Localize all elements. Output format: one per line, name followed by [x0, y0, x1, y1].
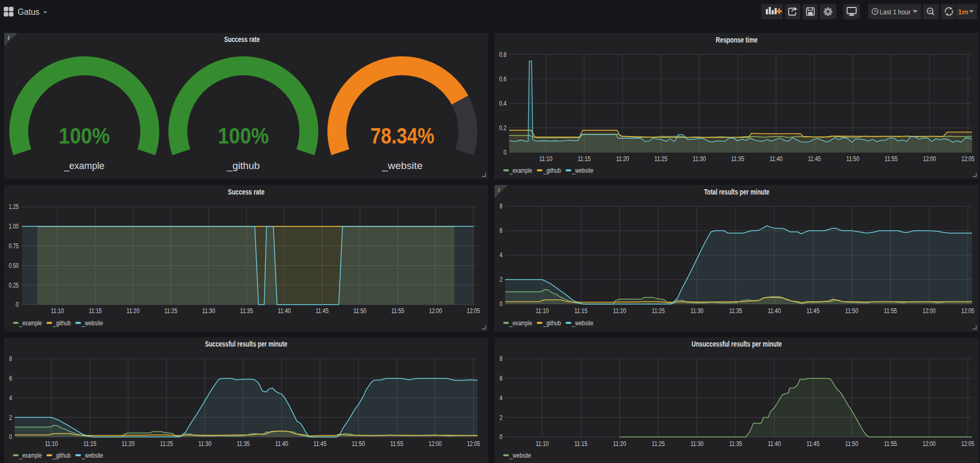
svg-text:11:45: 11:45: [808, 155, 821, 163]
svg-text:11:25: 11:25: [164, 307, 178, 315]
svg-text:0.4: 0.4: [499, 100, 506, 107]
svg-text:2: 2: [500, 276, 503, 283]
svg-text:11:50: 11:50: [352, 440, 365, 448]
svg-text:4: 4: [9, 394, 12, 402]
svg-text:100%: 100%: [59, 123, 110, 148]
svg-text:11:40: 11:40: [275, 440, 289, 448]
svg-text:11:10: 11:10: [45, 440, 58, 448]
svg-text:11:20: 11:20: [613, 307, 627, 315]
svg-text:11:20: 11:20: [122, 440, 135, 448]
svg-text:0: 0: [16, 301, 19, 308]
svg-text:0.2: 0.2: [499, 124, 506, 132]
svg-text:12:00: 12:00: [923, 307, 936, 315]
svg-text:11:25: 11:25: [652, 307, 665, 315]
svg-text:12:00: 12:00: [428, 440, 442, 448]
svg-text:1m: 1m: [958, 8, 969, 16]
svg-text:0: 0: [500, 300, 503, 308]
svg-text:Response time: Response time: [716, 36, 758, 44]
svg-text:11:45: 11:45: [314, 440, 327, 448]
svg-text:8: 8: [500, 203, 503, 210]
svg-text:6: 6: [500, 227, 503, 234]
svg-text:11:50: 11:50: [846, 155, 859, 163]
svg-text:11:30: 11:30: [198, 440, 212, 448]
svg-text:12:05: 12:05: [467, 307, 480, 315]
svg-text:11:45: 11:45: [807, 440, 820, 448]
svg-text:11:35: 11:35: [729, 307, 742, 315]
svg-text:11:15: 11:15: [89, 307, 102, 315]
svg-text:11:20: 11:20: [126, 307, 140, 315]
svg-text:Success rate: Success rate: [224, 35, 260, 44]
svg-text:11:55: 11:55: [884, 440, 897, 448]
svg-text:11:40: 11:40: [768, 307, 781, 315]
svg-text:4: 4: [500, 251, 503, 259]
svg-text:11:30: 11:30: [202, 307, 215, 315]
svg-text:11:40: 11:40: [770, 155, 783, 163]
svg-text:11:20: 11:20: [613, 440, 627, 448]
svg-text:_github: _github: [543, 319, 561, 327]
svg-text:11:25: 11:25: [160, 440, 173, 448]
svg-text:0: 0: [500, 433, 503, 441]
svg-text:0.50: 0.50: [9, 262, 19, 270]
svg-text:11:35: 11:35: [731, 155, 745, 163]
svg-text:8: 8: [9, 355, 12, 363]
svg-text:_website: _website: [572, 319, 594, 327]
svg-text:11:25: 11:25: [654, 155, 668, 163]
svg-text:Total results per minute: Total results per minute: [704, 188, 770, 196]
svg-text:11:25: 11:25: [652, 440, 665, 448]
svg-text:_github: _github: [543, 167, 561, 174]
svg-text:_example: _example: [19, 319, 42, 327]
svg-text:11:30: 11:30: [690, 440, 704, 448]
svg-text:11:40: 11:40: [768, 440, 781, 448]
svg-text:11:50: 11:50: [353, 307, 367, 315]
svg-text:_example: _example: [509, 319, 532, 327]
svg-text:12:00: 12:00: [429, 307, 442, 315]
svg-text:_github: _github: [226, 160, 260, 172]
svg-text:11:50: 11:50: [845, 307, 858, 315]
svg-text:0.6: 0.6: [499, 75, 506, 83]
svg-text:12:05: 12:05: [961, 307, 975, 315]
svg-text:11:55: 11:55: [391, 307, 404, 315]
svg-text:12:00: 12:00: [923, 440, 936, 448]
svg-text:8: 8: [500, 355, 503, 363]
svg-text:0.25: 0.25: [9, 282, 19, 289]
svg-text:11:35: 11:35: [729, 440, 742, 448]
svg-text:12:00: 12:00: [923, 155, 936, 163]
svg-text:100%: 100%: [218, 123, 269, 148]
svg-text:_example: _example: [509, 167, 532, 174]
svg-text:11:40: 11:40: [278, 307, 291, 315]
svg-text:_website: _website: [572, 167, 594, 174]
svg-text:0: 0: [504, 149, 507, 156]
svg-text:11:15: 11:15: [575, 307, 588, 315]
svg-text:11:55: 11:55: [884, 307, 897, 315]
svg-text:12:05: 12:05: [961, 440, 975, 448]
svg-text:Last 1 hour: Last 1 hour: [880, 8, 910, 16]
svg-text:11:35: 11:35: [240, 307, 254, 315]
svg-text:Unsuccessful results per minut: Unsuccessful results per minute: [691, 340, 782, 348]
svg-text:11:15: 11:15: [575, 440, 588, 448]
svg-text:12:05: 12:05: [961, 155, 975, 163]
svg-text:11:55: 11:55: [885, 155, 898, 163]
svg-text:_example: _example: [64, 160, 105, 172]
svg-text:_website: _website: [509, 452, 531, 459]
svg-text:6: 6: [9, 375, 12, 382]
svg-text:11:55: 11:55: [390, 440, 403, 448]
svg-text:_website: _website: [81, 452, 103, 459]
svg-text:11:45: 11:45: [807, 307, 820, 315]
svg-text:Success rate: Success rate: [228, 188, 265, 196]
svg-text:2: 2: [500, 414, 503, 422]
svg-text:Successful results per minute: Successful results per minute: [205, 340, 288, 348]
svg-text:_website: _website: [81, 319, 103, 327]
svg-text:Gatus: Gatus: [18, 6, 39, 17]
svg-text:11:10: 11:10: [536, 440, 549, 448]
svg-text:11:35: 11:35: [236, 440, 250, 448]
svg-text:11:10: 11:10: [536, 307, 549, 315]
svg-text:11:20: 11:20: [616, 155, 629, 163]
svg-text:1.00: 1.00: [9, 223, 19, 230]
svg-text:11:15: 11:15: [83, 440, 97, 448]
svg-text:_website: _website: [382, 160, 423, 172]
svg-text:_example: _example: [19, 452, 42, 459]
svg-text:2: 2: [9, 414, 12, 422]
svg-text:_github: _github: [53, 452, 71, 459]
svg-text:11:15: 11:15: [578, 155, 591, 163]
svg-text:11:30: 11:30: [693, 155, 706, 163]
